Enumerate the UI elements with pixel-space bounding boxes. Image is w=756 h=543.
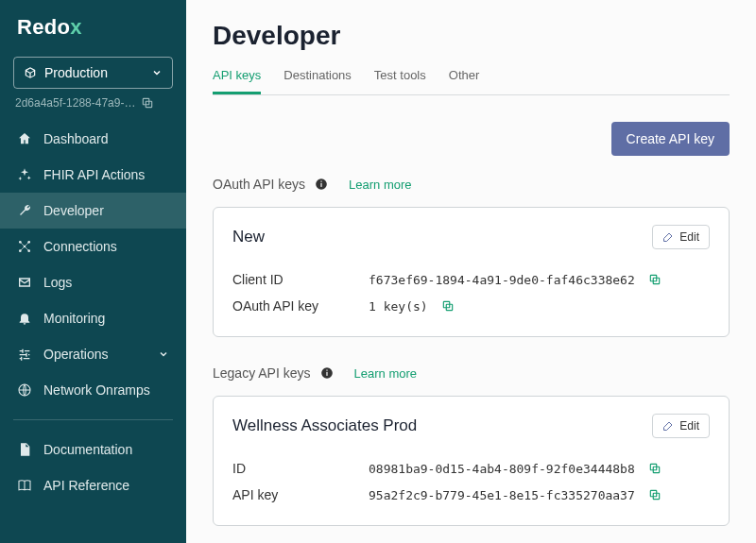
nav-label: Connections [43, 239, 117, 254]
nav-label: Developer [43, 203, 104, 218]
nav-label: API Reference [43, 478, 129, 493]
action-row: Create API key [213, 122, 730, 156]
card-head: Wellness Associates Prod Edit [232, 414, 710, 438]
sliders-icon [17, 347, 32, 362]
environment-label: Production [44, 65, 144, 80]
globe-icon [17, 382, 32, 398]
nav-connections[interactable]: Connections [0, 229, 186, 264]
learn-more-link[interactable]: Learn more [354, 366, 417, 381]
pencil-icon [662, 420, 674, 432]
book-icon [17, 478, 32, 493]
secondary-nav: Documentation API Reference [0, 432, 186, 503]
oauth-heading: OAuth API keys [213, 177, 305, 192]
info-icon[interactable] [320, 366, 334, 380]
wrench-icon [17, 203, 32, 218]
tab-test-tools[interactable]: Test tools [374, 68, 426, 94]
legacy-key-label: API key [232, 487, 355, 502]
tab-api-keys[interactable]: API keys [213, 68, 261, 94]
nav-label: Monitoring [43, 311, 105, 326]
nav-label: Operations [43, 347, 108, 362]
brand-logo: Redox [0, 15, 186, 51]
edit-button[interactable]: Edit [652, 225, 710, 249]
card-head: New Edit [232, 225, 710, 249]
page-title: Developer [213, 21, 730, 51]
environment-id-row: 2d6a4a5f-1288-47a9-… [15, 96, 171, 110]
nav-fhir-api-actions[interactable]: FHIR API Actions [0, 157, 186, 193]
client-id-label: Client ID [232, 272, 355, 287]
environment-selector[interactable]: Production [13, 57, 173, 89]
oauth-card: New Edit Client ID f673ef69-1894-4a91-9d… [213, 207, 730, 337]
learn-more-link[interactable]: Learn more [349, 178, 411, 192]
tab-other[interactable]: Other [449, 68, 480, 94]
copy-icon[interactable] [441, 299, 455, 313]
legacy-key-row: API key 95a2f2c9-b779-45e1-8e15-fc335270… [232, 482, 710, 508]
chevron-down-icon [151, 67, 163, 78]
oauth-card-title: New [232, 228, 265, 246]
tabs: API keys Destinations Test tools Other [213, 68, 730, 95]
nav-documentation[interactable]: Documentation [0, 432, 186, 467]
environment-id: 2d6a4a5f-1288-47a9-… [15, 96, 135, 110]
nav-logs[interactable]: Logs [0, 264, 186, 300]
client-id-value: f673ef69-1894-4a91-9de0-faf46c338e62 [369, 273, 635, 287]
brand-name: Redo [17, 15, 70, 39]
main-content: Developer API keys Destinations Test too… [186, 0, 756, 543]
nav-monitoring[interactable]: Monitoring [0, 300, 186, 336]
document-icon [17, 442, 32, 457]
svg-rect-16 [326, 372, 327, 376]
copy-icon[interactable] [141, 96, 154, 110]
nav-label: Dashboard [43, 131, 109, 146]
edit-button[interactable]: Edit [652, 414, 710, 438]
legacy-id-row: ID 08981ba9-0d15-4ab4-809f-92f0e34448b8 [232, 455, 710, 482]
copy-icon[interactable] [648, 488, 662, 501]
sidebar: Redox Production 2d6a4a5f-1288-47a9-… Da… [0, 0, 186, 543]
create-api-key-button[interactable]: Create API key [611, 122, 730, 156]
nav-label: Logs [43, 275, 72, 290]
pencil-icon [662, 231, 674, 243]
nav-label: Documentation [43, 442, 132, 457]
oauth-key-label: OAuth API key [232, 298, 355, 314]
legacy-heading: Legacy API keys [213, 365, 311, 381]
info-icon[interactable] [315, 178, 328, 191]
legacy-section-head: Legacy API keys Learn more [213, 365, 730, 381]
chevron-down-icon [158, 348, 169, 360]
home-icon [17, 131, 32, 146]
legacy-card-title: Wellness Associates Prod [232, 416, 417, 435]
tab-destinations[interactable]: Destinations [284, 68, 352, 94]
sidebar-divider [13, 419, 173, 420]
copy-icon[interactable] [648, 273, 662, 286]
edit-label: Edit [679, 230, 699, 244]
svg-rect-10 [320, 181, 321, 182]
edit-label: Edit [679, 419, 699, 433]
legacy-card: Wellness Associates Prod Edit ID 08981ba… [213, 396, 730, 526]
legacy-id-value: 08981ba9-0d15-4ab4-809f-92f0e34448b8 [369, 462, 635, 476]
nav-developer[interactable]: Developer [0, 193, 186, 229]
bell-icon [17, 311, 32, 326]
primary-nav: Dashboard FHIR API Actions Developer Con… [0, 121, 186, 408]
oauth-key-row: OAuth API key 1 key(s) [232, 293, 710, 319]
nav-label: FHIR API Actions [43, 167, 145, 182]
nav-operations[interactable]: Operations [0, 336, 186, 372]
mail-icon [17, 275, 32, 290]
nav-dashboard[interactable]: Dashboard [0, 121, 186, 157]
svg-rect-17 [326, 370, 327, 371]
nav-network-onramps[interactable]: Network Onramps [0, 372, 186, 408]
cube-icon [24, 66, 37, 79]
legacy-id-label: ID [232, 461, 355, 476]
copy-icon[interactable] [648, 462, 662, 475]
nav-label: Network Onramps [43, 382, 150, 398]
nav-api-reference[interactable]: API Reference [0, 467, 186, 503]
brand-suffix: x [70, 15, 82, 39]
client-id-row: Client ID f673ef69-1894-4a91-9de0-faf46c… [232, 266, 710, 293]
connections-icon [17, 239, 32, 254]
oauth-key-value: 1 key(s) [369, 299, 428, 314]
oauth-section-head: OAuth API keys Learn more [213, 177, 730, 192]
legacy-key-value: 95a2f2c9-b779-45e1-8e15-fc335270aa37 [369, 488, 635, 502]
svg-rect-9 [320, 183, 321, 187]
spark-icon [17, 167, 32, 182]
